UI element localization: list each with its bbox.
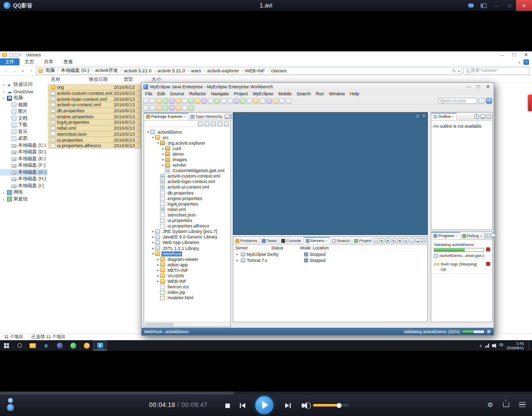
taskbar-app[interactable] <box>66 340 80 351</box>
close-button[interactable] <box>516 0 532 11</box>
profile-icon[interactable] <box>221 98 226 104</box>
scrollbar-thumb[interactable] <box>145 323 174 326</box>
expander-icon[interactable] <box>2 90 5 93</box>
server-column-header[interactable]: Mode <box>298 245 311 250</box>
sidebar-item[interactable]: 文档 <box>0 115 48 122</box>
validate-icon[interactable] <box>195 98 200 104</box>
tree-item[interactable]: CustomWidgetset.gwt.xml <box>145 168 230 174</box>
mute-button[interactable] <box>298 401 308 410</box>
previous-button[interactable] <box>237 401 248 410</box>
sidebar-item[interactable]: 图片 <box>0 108 48 115</box>
breadcrumb-item[interactable]: activiti 5.21.0 <box>157 68 190 73</box>
tree-item[interactable]: images <box>145 157 230 162</box>
tree-item[interactable]: servlet <box>145 163 230 168</box>
show-desktop-button[interactable] <box>529 340 531 351</box>
expander-icon[interactable] <box>161 152 165 156</box>
minimize-editor-icon[interactable] <box>415 114 420 118</box>
sidebar-item[interactable]: 本地磁盘 (D:) <box>0 149 48 156</box>
panel-tab[interactable]: Type Hierarchy <box>188 113 225 120</box>
profile-server-icon[interactable] <box>391 238 396 243</box>
last-edit-location-icon[interactable] <box>273 98 278 104</box>
recent-locations-icon[interactable] <box>19 67 26 74</box>
tree-item[interactable]: JavaEE 6.0 Generic Library <box>145 234 230 240</box>
help-icon[interactable] <box>524 59 529 65</box>
sidebar-item[interactable]: 本地磁盘 (E:) <box>0 156 48 163</box>
expander-icon[interactable] <box>156 268 160 272</box>
maximize-panel-icon[interactable] <box>486 114 491 119</box>
minimize-button[interactable] <box>490 0 503 11</box>
stop-server-icon[interactable] <box>397 238 402 243</box>
javadoc-icon[interactable] <box>260 98 265 104</box>
input-method-indicator[interactable]: 中 <box>499 342 504 349</box>
maximize-panel-icon[interactable] <box>421 238 426 242</box>
ribbon-tab[interactable]: 主页 <box>19 58 39 65</box>
expander-icon[interactable] <box>161 163 165 167</box>
search-button[interactable] <box>13 340 26 351</box>
ribbon-tab[interactable]: 文件 <box>0 58 19 65</box>
tree-item[interactable]: activiti-custom-context.xml <box>145 174 230 179</box>
tree-item[interactable]: engine.properties <box>145 196 230 201</box>
next-button[interactable] <box>282 401 293 410</box>
expander-icon[interactable] <box>156 263 160 267</box>
tree-item[interactable]: editor-app <box>145 262 230 267</box>
progress-view-icon[interactable] <box>487 329 491 334</box>
menu-item[interactable]: Project <box>231 91 250 96</box>
expander-icon[interactable] <box>146 130 150 134</box>
menu-item[interactable]: File <box>143 91 155 96</box>
server-row[interactable]: MyEclipse Derby Stopped <box>233 251 427 257</box>
sidebar-item[interactable]: 本地磁盘 (G:) <box>0 169 48 176</box>
sidebar-item[interactable]: 快速访问 <box>0 81 48 88</box>
sidebar-item[interactable]: 桌面 <box>0 135 48 142</box>
expander-icon[interactable] <box>235 252 239 256</box>
myeclipse-perspective-icon[interactable] <box>486 98 492 104</box>
explorer-minimize-button[interactable] <box>496 51 508 59</box>
menu-item[interactable]: Navigate <box>209 91 232 96</box>
volume-slider[interactable] <box>313 404 349 407</box>
tree-item[interactable]: log4j.properties <box>145 201 230 207</box>
back-icon[interactable] <box>198 122 203 126</box>
sidebar-item[interactable]: 本地磁盘 (F:) <box>0 162 48 169</box>
column-header[interactable]: 名称 <box>48 76 86 83</box>
expander-icon[interactable] <box>2 191 5 194</box>
terminate-icon[interactable] <box>143 105 149 111</box>
sidebar-item[interactable]: 下载 <box>0 122 48 129</box>
server-column-header[interactable]: Server <box>233 245 269 250</box>
run-server-icon[interactable] <box>182 98 187 104</box>
breadcrumb-item[interactable]: WEB-INF <box>244 68 270 73</box>
expander-icon[interactable] <box>151 229 155 233</box>
breadcrumb-item[interactable]: activiti开发 <box>94 67 123 74</box>
quick-access-input[interactable]: Quick Access <box>438 98 477 104</box>
menu-item[interactable]: MyEclipse <box>250 91 276 96</box>
new-folder-icon[interactable] <box>14 53 18 57</box>
server-column-header[interactable]: Status <box>269 245 298 250</box>
resume-icon[interactable] <box>150 105 155 111</box>
expander-icon[interactable] <box>2 96 5 100</box>
explorer-close-button[interactable] <box>520 51 532 59</box>
menu-item[interactable]: Edit <box>155 91 168 96</box>
address-box[interactable]: 电脑本地磁盘 (G:)activiti开发activiti 5.21.0acti… <box>36 67 462 75</box>
panel-tab[interactable]: Package Explorer <box>144 113 188 120</box>
save-icon[interactable] <box>150 98 155 104</box>
tree-item[interactable]: index.jsp <box>145 290 230 295</box>
tree-item[interactable]: src <box>145 135 230 140</box>
new-package-icon[interactable] <box>240 98 246 104</box>
sidebar-item[interactable]: 本地磁盘 (I:) <box>0 183 48 190</box>
expander-icon[interactable] <box>161 158 165 162</box>
stop-job-icon[interactable] <box>486 247 490 251</box>
debug-icon[interactable] <box>214 98 220 104</box>
taskbar-app[interactable] <box>39 340 53 351</box>
print-icon[interactable] <box>163 98 168 104</box>
editor-area[interactable] <box>233 112 428 235</box>
tree-item[interactable]: VAADIN <box>145 273 230 278</box>
ribbon-tab[interactable]: 共享 <box>39 58 58 65</box>
panel-tab[interactable]: Search <box>330 237 352 244</box>
sidebar-item[interactable]: 本地磁盘 (H:) <box>0 176 48 183</box>
up-icon[interactable] <box>28 67 35 74</box>
deploy-icon[interactable] <box>176 98 181 104</box>
ribbon-tab[interactable]: 查看 <box>58 58 78 65</box>
breadcrumb-item[interactable]: wars <box>190 68 206 73</box>
tree-item[interactable]: ui.properties.alfresco <box>145 223 230 229</box>
sidebar-item[interactable]: 本地磁盘 (C:) <box>0 142 48 149</box>
taskbar-app[interactable] <box>93 340 107 351</box>
minimize-panel-icon[interactable] <box>480 114 485 119</box>
